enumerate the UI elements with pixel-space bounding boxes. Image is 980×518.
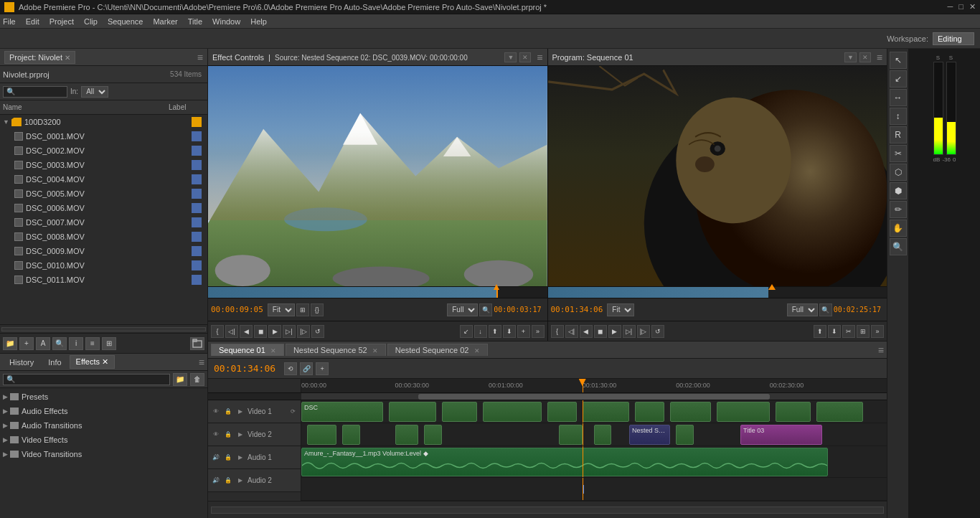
prog-more-btn[interactable]: » bbox=[871, 325, 884, 338]
prog-play-btn[interactable]: ▶ bbox=[608, 325, 621, 338]
file-dsc0008[interactable]: DSC_0008.MOV bbox=[0, 230, 207, 244]
video-clip-5[interactable] bbox=[547, 402, 577, 422]
menu-title[interactable]: Title bbox=[188, 17, 202, 26]
video-clip-2[interactable] bbox=[389, 402, 435, 422]
source-insert-btn[interactable]: ↙ bbox=[460, 325, 473, 338]
video-clip-1[interactable]: DSC bbox=[301, 402, 383, 422]
tab-effects[interactable]: Effects ✕ bbox=[70, 355, 115, 369]
minimize-btn[interactable]: ─ bbox=[948, 2, 953, 11]
v1-sync-icon[interactable]: ⟳ bbox=[288, 407, 298, 417]
source-extract-btn[interactable]: ⬇ bbox=[503, 325, 516, 338]
category-audio-effects[interactable]: ▶ Audio Effects bbox=[0, 404, 207, 418]
menu-window[interactable]: Window bbox=[212, 17, 240, 26]
source-out-btn[interactable]: |▷ bbox=[297, 325, 310, 338]
source-in-btn[interactable]: ◁| bbox=[225, 325, 238, 338]
project-panel-menu[interactable]: ≡ bbox=[197, 52, 203, 63]
project-tab[interactable]: Project: Nivolet ✕ bbox=[4, 51, 75, 64]
menu-marker[interactable]: Marker bbox=[153, 17, 177, 26]
category-video-transitions[interactable]: ▶ Video Transitions bbox=[0, 447, 207, 461]
prog-multicam-btn[interactable]: ⊞ bbox=[857, 325, 870, 338]
category-video-effects[interactable]: ▶ Video Effects bbox=[0, 433, 207, 447]
file-dsc0002[interactable]: DSC_0002.MOV bbox=[0, 143, 207, 158]
tool-track-select-btn[interactable]: ↙ bbox=[890, 70, 907, 88]
file-dsc0007[interactable]: DSC_0007.MOV bbox=[0, 215, 207, 230]
program-panel-menu[interactable]: ≡ bbox=[877, 52, 882, 63]
source-timecode[interactable]: 00:00:09:05 bbox=[211, 305, 263, 314]
seq-tab-nested02[interactable]: Nested Sequence 02 ✕ bbox=[387, 344, 488, 356]
source-loop-btn[interactable]: ↺ bbox=[311, 325, 324, 338]
source-overwrite-btn[interactable]: ↓ bbox=[474, 325, 487, 338]
file-dsc0001[interactable]: DSC_0001.MOV bbox=[0, 129, 207, 143]
program-zoom-btn[interactable]: 🔍 bbox=[819, 303, 832, 316]
source-zoom-btn[interactable]: 🔍 bbox=[479, 303, 492, 316]
tool-slip-btn[interactable]: ⬡ bbox=[890, 164, 907, 181]
tl-add-track-btn[interactable]: + bbox=[316, 362, 329, 375]
prog-lift-btn[interactable]: ⬆ bbox=[814, 325, 826, 338]
new-folder-btn[interactable] bbox=[190, 337, 204, 350]
video-clip-7[interactable] bbox=[635, 402, 664, 422]
source-more-btn[interactable]: » bbox=[532, 325, 545, 338]
v2-expand-icon[interactable]: ▶ bbox=[235, 430, 245, 440]
workspace-select[interactable]: Editing bbox=[933, 32, 974, 45]
v2-clip-3[interactable] bbox=[395, 425, 419, 445]
tool-select-btn[interactable]: ↖ bbox=[890, 52, 907, 69]
hscroll-thumb[interactable] bbox=[418, 394, 770, 400]
menu-edit[interactable]: Edit bbox=[26, 17, 39, 26]
prog-in-btn[interactable]: ◁| bbox=[565, 325, 578, 338]
v1-eye-icon[interactable]: 👁 bbox=[211, 407, 221, 417]
v2-clip-7[interactable] bbox=[676, 425, 693, 445]
prog-trim-btn[interactable]: ✂ bbox=[842, 325, 855, 338]
maximize-btn[interactable]: □ bbox=[958, 2, 963, 11]
seq01-close-icon[interactable]: ✕ bbox=[270, 347, 276, 354]
program-timecode[interactable]: 00:01:34:06 bbox=[551, 305, 603, 314]
a1-mute-icon[interactable]: 🔊 bbox=[211, 453, 221, 463]
in-select[interactable]: All bbox=[81, 86, 108, 98]
video-clip-3[interactable] bbox=[442, 402, 477, 422]
project-hscrollbar[interactable] bbox=[0, 324, 207, 333]
video-clip-11[interactable] bbox=[816, 402, 863, 422]
tool-rolling-btn[interactable]: ↕ bbox=[890, 108, 907, 125]
folder-100d3200[interactable]: ▼ 100D3200 bbox=[0, 115, 207, 129]
source-quality-select[interactable]: Full bbox=[447, 303, 478, 316]
tab-history[interactable]: History bbox=[3, 356, 40, 369]
audio-clip-main[interactable]: Amure_-_Fantasy__1.mp3 Volume:Level ◆ bbox=[301, 448, 828, 476]
source-play-forward-btn[interactable]: ▷| bbox=[283, 325, 296, 338]
autom-btn[interactable]: A bbox=[36, 337, 50, 350]
menu-project[interactable]: Project bbox=[50, 17, 74, 26]
timeline-vscroll[interactable] bbox=[211, 507, 884, 514]
source-play-btn[interactable]: ▶ bbox=[268, 325, 281, 338]
program-fit-select[interactable]: Fit bbox=[607, 303, 634, 316]
category-presets[interactable]: ▶ Presets bbox=[0, 390, 207, 404]
project-tab-close[interactable]: ✕ bbox=[65, 54, 70, 62]
tool-hand-btn[interactable]: ✋ bbox=[890, 220, 907, 237]
source-close-btn[interactable]: ✕ bbox=[519, 52, 531, 62]
source-panel-menu[interactable]: ≡ bbox=[537, 52, 542, 63]
source-timebar[interactable] bbox=[208, 286, 547, 298]
menu-file[interactable]: File bbox=[3, 17, 16, 26]
tool-ripple-btn[interactable]: ↔ bbox=[890, 89, 907, 106]
timeline-panel-menu[interactable]: ≡ bbox=[878, 344, 884, 356]
a2-expand-icon[interactable]: ▶ bbox=[235, 476, 245, 486]
title-clip[interactable]: Title 03 bbox=[740, 425, 822, 445]
v2-clip-6[interactable] bbox=[594, 425, 611, 445]
a2-mute-icon[interactable]: 🔊 bbox=[211, 476, 221, 486]
timeline-hscroll[interactable] bbox=[301, 393, 887, 400]
source-add-marker-btn[interactable]: { bbox=[211, 325, 224, 338]
prog-out-btn[interactable]: |▷ bbox=[637, 325, 650, 338]
source-composite-btn[interactable]: ⊞ bbox=[296, 303, 309, 316]
tl-link-btn[interactable]: 🔗 bbox=[300, 362, 313, 375]
nested-seq-clip[interactable]: Nested Sequence 52 bbox=[629, 425, 670, 445]
seq-tab-nested52[interactable]: Nested Sequence 52 ✕ bbox=[286, 344, 386, 356]
a2-lock-icon[interactable]: 🔒 bbox=[223, 476, 233, 486]
tool-slide-btn[interactable]: ⬢ bbox=[890, 182, 907, 199]
source-fit-select[interactable]: Fit bbox=[268, 303, 295, 316]
source-stop-btn[interactable]: ◼ bbox=[254, 325, 267, 338]
prog-extract-btn[interactable]: ⬇ bbox=[828, 325, 841, 338]
program-close-btn[interactable]: ✕ bbox=[859, 52, 871, 62]
a1-expand-icon[interactable]: ▶ bbox=[235, 453, 245, 463]
project-search-input[interactable] bbox=[3, 86, 67, 98]
source-add-clip-btn[interactable]: + bbox=[517, 325, 530, 338]
close-btn[interactable]: ✕ bbox=[969, 2, 976, 11]
v2-clip-5[interactable] bbox=[559, 425, 583, 445]
h-scroll-track[interactable] bbox=[1, 327, 206, 331]
